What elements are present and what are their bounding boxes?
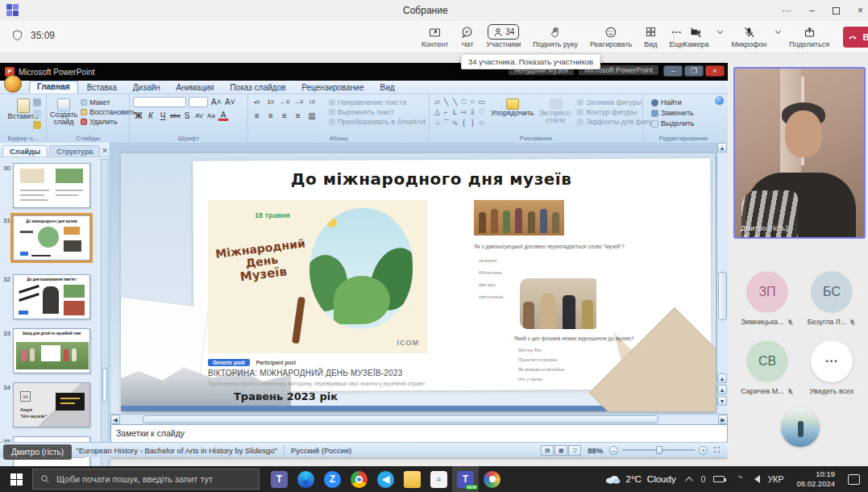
taskbar-app-teams-classic-active[interactable]: TNEW [452,466,479,492]
mic-device-chevron-icon[interactable] [775,28,781,34]
previous-slide-button[interactable]: ▲ [717,385,727,394]
italic-button[interactable]: К [145,110,156,121]
align-left-button[interactable]: ≡ [251,110,263,121]
horizontal-scrollbar[interactable]: ◀ ▶ [110,414,728,424]
line-spacing-button[interactable]: ↕≡ [306,97,318,107]
self-avatar[interactable] [781,408,820,447]
format-painter-icon[interactable] [33,121,41,129]
fit-to-window-button[interactable]: ⛶ [714,445,720,455]
participant-bezugla[interactable]: БС Безугла Л... [800,271,863,326]
notes-pane[interactable]: Заметки к слайду [110,424,728,444]
taskbar-weather[interactable]: 2°C Cloudy [604,473,687,485]
horizontal-scroll-thumb[interactable] [143,415,658,423]
zoom-out-button[interactable]: – [609,446,618,455]
layout-button[interactable]: Макет [81,98,136,106]
content-button[interactable]: Контент [419,23,451,50]
normal-view-button[interactable]: ▤ [541,445,554,456]
vertical-scrollbar[interactable]: ▲ ▲ ▲ ▼ [716,143,728,414]
slide-thumbnail-31-selected[interactable]: До міжнародного дня музеїв [13,215,90,261]
strikethrough-button[interactable]: abc [169,110,181,121]
grow-font-button[interactable]: A˄ [210,97,222,107]
bullets-button[interactable]: •≡ [251,97,263,107]
taskbar-app-zoom[interactable]: Z [319,466,346,492]
panel-tab-outline[interactable]: Структура [49,145,100,156]
underline-button[interactable]: Ч [157,110,168,121]
taskbar-app-telegram[interactable]: ◀ [372,466,399,492]
bold-button[interactable]: Ж [133,110,144,121]
tab-insert[interactable]: Вставка [80,82,124,94]
participant-sarychev[interactable]: СВ Саричев М... [736,340,799,395]
tab-animations[interactable]: Анимация [168,82,221,94]
video-tile-dmytro[interactable]: Дмитро (гість) [733,67,866,239]
copy-icon[interactable] [33,110,41,118]
pp-restore-button[interactable]: ❐ [684,65,704,77]
see-everyone-button[interactable]: ··· Увидеть всех [800,340,863,395]
change-case-button[interactable]: Аа [206,110,217,121]
char-spacing-button[interactable]: AV [193,110,205,121]
camera-device-chevron-icon[interactable] [717,28,723,34]
text-direction-button[interactable]: Направление текста [329,98,426,106]
avatar[interactable]: СВ [746,340,788,382]
taskbar-app-paint[interactable] [479,466,505,492]
taskbar-app-writer[interactable]: ≡ [426,466,452,492]
font-size-select[interactable] [189,97,208,107]
next-slide-button[interactable]: ▼ [717,396,727,406]
find-button[interactable]: Найти [651,98,721,106]
react-button[interactable]: Реагировать [588,23,634,50]
cut-icon[interactable] [33,98,41,106]
minimize-button[interactable]: – [809,5,815,16]
font-name-select[interactable] [133,97,186,107]
tray-language[interactable]: УКР [768,474,784,484]
close-button[interactable]: × [858,5,863,16]
align-center-button[interactable]: ≡ [265,110,276,121]
taskbar-app-chrome[interactable] [346,466,372,492]
taskbar-app-explorer[interactable] [399,466,426,492]
tray-volume-icon[interactable] [750,475,760,483]
align-text-button[interactable]: Выровнять текст [329,108,426,116]
avatar[interactable]: ЗП [746,271,788,313]
taskbar-app-edge[interactable] [293,466,319,492]
maximize-button[interactable] [833,7,840,15]
vertical-scroll-thumb[interactable] [718,272,727,320]
avatar[interactable]: БС [811,271,853,313]
slide-thumbnail-34[interactable]: 04 Акція "Ніч музеїв" [13,382,90,427]
decrease-indent-button[interactable]: ←≡ [279,97,290,107]
tray-battery-icon[interactable] [713,476,725,482]
tab-view[interactable]: Вид [373,82,402,94]
share-button[interactable]: Поделиться [787,23,832,50]
smartart-button[interactable]: Преобразовать в SmartArt [329,118,426,126]
panel-close-icon[interactable]: ✕ [102,147,108,156]
help-icon[interactable] [715,96,724,105]
tab-slideshow[interactable]: Показ слайдов [222,82,293,94]
tray-clock[interactable]: 10:19 08.02.2024 [791,469,840,489]
delete-slide-button[interactable]: Удалить [81,118,136,126]
chat-button[interactable]: Чат [458,23,476,50]
tray-mic-icon[interactable] [701,476,705,482]
zoom-in-button[interactable]: + [699,446,708,455]
new-slide-button[interactable]: Создать слайд [50,97,77,127]
raise-hand-button[interactable]: Поднять руку [530,23,580,50]
reset-button[interactable]: Восстановить [81,108,136,116]
slide-sorter-button[interactable]: ▦ [554,445,567,456]
ellipsis-avatar[interactable]: ··· [811,340,853,382]
slideshow-button[interactable]: ▽ [568,445,581,456]
participants-button[interactable]: 34 Участники [484,23,523,50]
language-indicator[interactable]: Русский (Россия) [291,446,351,455]
pp-minimize-button[interactable]: – [663,65,683,77]
mic-button[interactable]: Микрофон [729,23,769,50]
taskbar-app-teams[interactable]: T [266,466,293,492]
participant-zymnytska[interactable]: ЗП Зимницька... [736,271,799,326]
select-button[interactable]: Выделить [651,119,721,127]
more-options-button[interactable]: ··· [782,5,791,16]
slide-thumbnail-32[interactable]: До дня вшанування пам'яті [13,274,90,319]
slide-thumbnail-30[interactable] [13,163,90,208]
start-button[interactable] [0,466,32,492]
increase-indent-button[interactable]: →≡ [293,97,304,107]
columns-button[interactable]: ▥ [306,110,318,121]
camera-button[interactable]: Камера [681,23,711,50]
justify-button[interactable]: ≡ [293,110,304,121]
tray-wifi-icon[interactable] [733,476,742,482]
zoom-slider-thumb[interactable] [656,446,662,454]
tab-design[interactable]: Дизайн [126,82,168,94]
leave-button[interactable]: Выйти [843,27,868,48]
